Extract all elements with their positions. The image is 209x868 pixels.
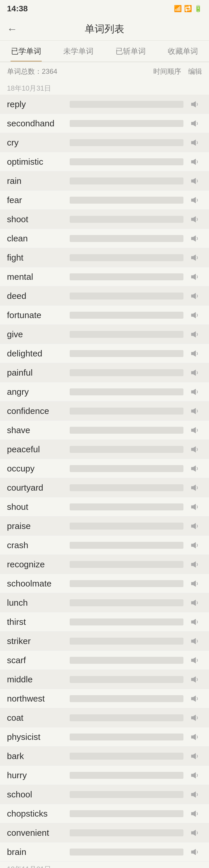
word-audio-icon[interactable] [188, 251, 202, 265]
word-audio-icon[interactable] [188, 385, 202, 399]
word-audio-icon[interactable] [188, 577, 202, 591]
word-audio-icon[interactable] [188, 500, 202, 514]
word-row[interactable]: painful [0, 363, 209, 382]
word-row[interactable]: give [0, 325, 209, 344]
word-row[interactable]: hurry [0, 766, 209, 785]
word-audio-icon[interactable] [188, 212, 202, 226]
word-audio-icon[interactable] [188, 557, 202, 571]
tab-unlearned[interactable]: 未学单词 [52, 41, 104, 62]
word-audio-icon[interactable] [188, 787, 202, 802]
word-audio-icon[interactable] [188, 749, 202, 763]
word-text: northwest [7, 694, 65, 704]
word-progress-bar [70, 197, 183, 204]
word-audio-icon[interactable] [188, 673, 202, 686]
word-audio-icon[interactable] [188, 596, 202, 610]
edit-button[interactable]: 编辑 [188, 67, 202, 76]
word-row[interactable]: coat [0, 708, 209, 727]
word-progress-bar [70, 848, 183, 856]
word-audio-icon[interactable] [188, 711, 202, 725]
word-audio-icon[interactable] [188, 136, 202, 150]
word-audio-icon[interactable] [188, 117, 202, 130]
word-row[interactable]: crash [0, 536, 209, 555]
word-row[interactable]: recognize [0, 555, 209, 574]
word-audio-icon[interactable] [188, 845, 202, 859]
word-row[interactable]: chopsticks [0, 804, 209, 823]
word-progress-bar [70, 292, 183, 300]
word-row[interactable]: secondhand [0, 114, 209, 133]
word-row[interactable]: bark [0, 747, 209, 766]
word-row[interactable]: shout [0, 497, 209, 517]
word-audio-icon[interactable] [188, 730, 202, 744]
word-row[interactable]: optimistic [0, 152, 209, 172]
word-audio-icon[interactable] [188, 807, 202, 820]
word-audio-icon[interactable] [188, 347, 202, 361]
word-row[interactable]: convenient [0, 823, 209, 842]
word-text: recognize [7, 559, 65, 569]
tab-collected[interactable]: 收藏单词 [157, 41, 209, 62]
word-row[interactable]: lunch [0, 593, 209, 612]
word-row[interactable]: cry [0, 133, 209, 152]
tab-learned[interactable]: 已学单词 [0, 41, 52, 62]
word-progress-bar [70, 446, 183, 453]
word-audio-icon[interactable] [188, 442, 202, 456]
word-audio-icon[interactable] [188, 615, 202, 629]
word-audio-icon[interactable] [188, 289, 202, 303]
header-actions: 时间顺序 编辑 [153, 67, 202, 76]
word-row[interactable]: thirst [0, 612, 209, 631]
word-row[interactable]: schoolmate [0, 574, 209, 593]
word-audio-icon[interactable] [188, 423, 202, 437]
word-row[interactable]: middle [0, 670, 209, 689]
word-audio-icon[interactable] [188, 826, 202, 840]
word-audio-icon[interactable] [188, 519, 202, 533]
word-audio-icon[interactable] [188, 634, 202, 648]
word-audio-icon[interactable] [188, 404, 202, 418]
word-audio-icon[interactable] [188, 174, 202, 188]
word-row[interactable]: angry [0, 382, 209, 401]
word-row[interactable]: reply [0, 95, 209, 114]
word-audio-icon[interactable] [188, 538, 202, 552]
word-row[interactable]: scarf [0, 651, 209, 670]
word-row[interactable]: northwest [0, 689, 209, 708]
word-audio-icon[interactable] [188, 692, 202, 706]
back-button[interactable]: ← [7, 23, 18, 35]
word-row[interactable]: fortunate [0, 306, 209, 325]
word-audio-icon[interactable] [188, 366, 202, 380]
signal-icon: 📶 [174, 5, 182, 12]
word-row[interactable]: deed [0, 286, 209, 306]
word-row[interactable]: striker [0, 631, 209, 651]
word-audio-icon[interactable] [188, 653, 202, 667]
sort-button[interactable]: 时间顺序 [153, 67, 181, 76]
word-row[interactable]: shave [0, 421, 209, 440]
word-text: painful [7, 368, 65, 378]
word-audio-icon[interactable] [188, 231, 202, 245]
word-audio-icon[interactable] [188, 308, 202, 322]
word-progress-bar [70, 254, 183, 261]
word-row[interactable]: physicist [0, 727, 209, 747]
word-text: clean [7, 234, 65, 243]
word-row[interactable]: brain [0, 842, 209, 862]
word-row[interactable]: peaceful [0, 440, 209, 459]
word-audio-icon[interactable] [188, 97, 202, 111]
word-row[interactable]: fight [0, 248, 209, 267]
word-audio-icon[interactable] [188, 768, 202, 782]
word-row[interactable]: fear [0, 191, 209, 210]
word-row[interactable]: confidence [0, 401, 209, 421]
word-audio-icon[interactable] [188, 328, 202, 341]
word-audio-icon[interactable] [188, 155, 202, 169]
word-progress-bar [70, 734, 183, 741]
word-row[interactable]: clean [0, 229, 209, 248]
word-row[interactable]: mental [0, 267, 209, 286]
word-row[interactable]: delighted [0, 344, 209, 363]
word-row[interactable]: praise [0, 517, 209, 536]
word-audio-icon[interactable] [188, 481, 202, 495]
word-audio-icon[interactable] [188, 270, 202, 284]
word-progress-bar [70, 599, 183, 606]
word-audio-icon[interactable] [188, 462, 202, 475]
word-row[interactable]: school [0, 785, 209, 804]
word-row[interactable]: courtyard [0, 478, 209, 497]
word-audio-icon[interactable] [188, 193, 202, 207]
word-row[interactable]: rain [0, 172, 209, 191]
tab-chopped[interactable]: 已斩单词 [104, 41, 157, 62]
word-row[interactable]: occupy [0, 459, 209, 478]
word-row[interactable]: shoot [0, 210, 209, 229]
